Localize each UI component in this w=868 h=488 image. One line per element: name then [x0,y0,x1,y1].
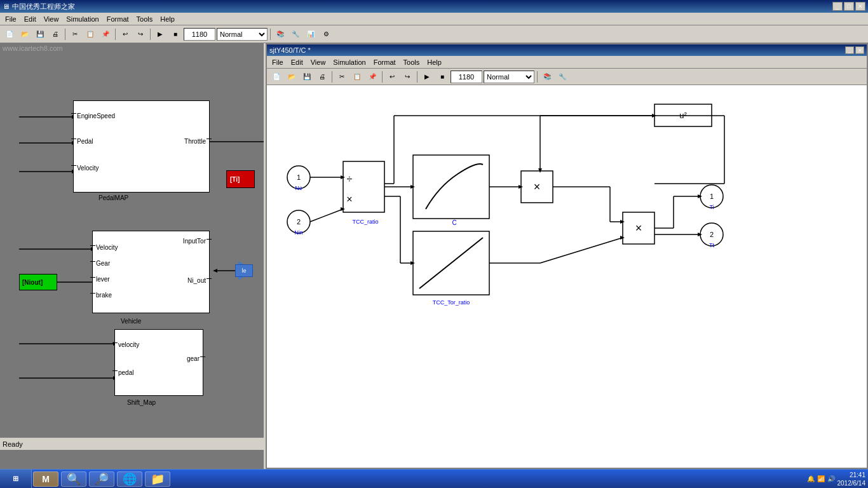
out2-label: 2 [710,231,714,238]
inner-debug-btn[interactable]: 🔧 [555,70,569,84]
menu-edit[interactable]: Edit [20,14,40,24]
inner-title-bar: sjtY450/T/C * _ ✕ [267,44,867,56]
vehicle-output-inputtor: InputTor [183,238,206,245]
inner-print-btn[interactable]: 🖨 [315,70,329,84]
svg-line-42 [540,238,623,263]
inner-menu-help[interactable]: Help [423,57,445,67]
menu-tools[interactable]: Tools [133,14,157,24]
nin-port-label: Nin [294,229,303,236]
vehicle-input-brake: brake [96,292,112,299]
open-btn[interactable]: 📂 [18,27,32,41]
menu-simulation[interactable]: Simulation [62,14,102,24]
inner-paste-btn[interactable]: 📌 [365,70,379,84]
inner-svg-diagram: u² 1 Ne 2 Nin ÷ × C TCC_ratio [267,85,867,468]
title-bar: 🖥 中国优秀工程师之家 _ □ ✕ [0,0,868,13]
paste-btn[interactable]: 📌 [98,27,112,41]
more-btn[interactable]: ⚙ [319,27,333,41]
vehicle-output-niout: Ni_out [187,277,206,284]
taskbar-search1-icon[interactable]: 🔍 [61,471,86,487]
inner-title-buttons: _ ✕ [845,46,864,54]
inner-sep1 [332,71,332,83]
new-btn[interactable]: 📄 [3,27,17,41]
clock-display: 21:41 2012/6/14 [837,471,866,487]
title-bar-left: 🖥 中国优秀工程师之家 [3,2,75,11]
port2-label: 2 [297,218,301,226]
inner-minimize-btn[interactable]: _ [845,46,854,54]
inner-menu-format[interactable]: Format [370,57,400,67]
times-label: × [346,194,352,205]
window-title: 中国优秀工程师之家 [12,2,75,11]
start-button[interactable]: ⊞ [0,470,32,489]
inner-undo-btn[interactable]: ↩ [385,70,399,84]
inner-sim-time-input[interactable] [451,71,482,83]
c-label: C [452,219,456,226]
inner-menu-edit[interactable]: Edit [287,57,307,67]
maximize-button[interactable]: □ [844,2,854,11]
vehicle-label: Vehicle [121,318,141,325]
taskbar-matlab-icon[interactable]: M [33,471,58,487]
outer-menu-bar: File Edit View Simulation Format Tools H… [0,13,868,25]
out1-label: 1 [710,193,714,200]
svg-rect-25 [343,161,384,212]
inner-new-btn[interactable]: 📄 [269,70,283,84]
inner-menu-simulation[interactable]: Simulation [329,57,369,67]
niout-block: [Niout] [19,274,57,290]
windows-icon: ⊞ [13,475,18,483]
menu-file[interactable]: File [1,14,20,24]
menu-view[interactable]: View [40,14,63,24]
sim-mode-select[interactable]: Normal [217,28,268,41]
inner-menu-tools[interactable]: Tools [400,57,424,67]
inner-open-btn[interactable]: 📂 [285,70,299,84]
vehicle-input-lever: lever [96,276,110,283]
inner-title-text: sjtY450/T/C * [269,46,311,54]
outer-toolbar: 📄 📂 💾 🖨 ✂ 📋 📌 ↩ ↪ ▶ ■ Normal 📚 🔧 📊 ⚙ [0,25,868,43]
ti-out-label: Ti [709,204,714,210]
inner-close-btn[interactable]: ✕ [855,46,864,54]
divide-label: ÷ [347,173,353,184]
ne-port-label: Ne [295,185,302,191]
vehicle-input-velocity: Velocity [96,244,118,251]
play-btn[interactable]: ▶ [153,27,167,41]
model-btn[interactable]: 📊 [304,27,318,41]
stop-btn[interactable]: ■ [168,27,182,41]
print-btn[interactable]: 🖨 [48,27,62,41]
sim-time-input[interactable] [184,28,215,41]
inner-window-title: sjtY450/T/C * [269,46,311,54]
mult2-label: × [635,222,642,234]
mult1-label: × [534,180,541,193]
inner-window: sjtY450/T/C * _ ✕ File Edit View Simulat… [266,43,868,469]
taskbar-folder-icon[interactable]: 📁 [145,471,170,487]
svg-line-35 [310,209,343,222]
inner-sim-mode-select[interactable]: Normal [484,71,534,83]
inner-lib-btn[interactable]: 📚 [540,70,554,84]
inner-stop-btn[interactable]: ■ [435,70,449,84]
le-block: le [235,264,253,277]
redo-btn[interactable]: ↪ [133,27,147,41]
copy-btn[interactable]: 📋 [83,27,97,41]
debug-btn[interactable]: 🔧 [288,27,302,41]
taskbar-chrome-icon[interactable]: 🌐 [117,471,142,487]
lib-btn[interactable]: 📚 [273,27,287,41]
inner-redo-btn[interactable]: ↪ [400,70,414,84]
tcc-ratio-label: TCC_ratio [352,219,378,225]
inner-save-btn[interactable]: 💾 [300,70,314,84]
menu-format[interactable]: Format [103,14,133,24]
inner-sep2 [382,71,383,83]
taskbar-search2-icon[interactable]: 🔎 [89,471,114,487]
close-button[interactable]: ✕ [855,2,865,11]
undo-btn[interactable]: ↩ [118,27,132,41]
title-bar-buttons: _ □ ✕ [832,2,865,11]
save-btn[interactable]: 💾 [33,27,47,41]
inner-cut-btn[interactable]: ✂ [335,70,349,84]
vehicle-block: Velocity Gear lever brake InputTor Ni_ou… [92,231,210,313]
menu-help[interactable]: Help [156,14,179,24]
minimize-button[interactable]: _ [832,2,843,11]
status-text: Ready [3,440,23,448]
inner-copy-btn[interactable]: 📋 [350,70,364,84]
inner-toolbar: 📄 📂 💾 🖨 ✂ 📋 📌 ↩ ↪ ▶ ■ Normal 📚 🔧 [267,69,867,85]
cut-btn[interactable]: ✂ [68,27,82,41]
inner-menu-file[interactable]: File [268,57,287,67]
inner-play-btn[interactable]: ▶ [420,70,434,84]
inner-menu-view[interactable]: View [307,57,330,67]
left-canvas: www.icartech8.com [0,43,264,469]
